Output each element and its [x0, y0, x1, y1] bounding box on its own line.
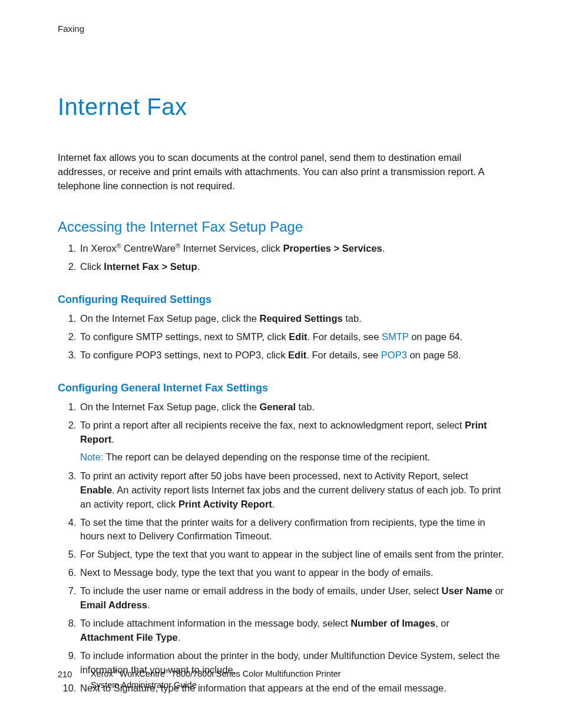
text: .	[178, 632, 181, 643]
text: On the Internet Fax Setup page, click th…	[80, 401, 260, 412]
link-pop3[interactable]: POP3	[381, 350, 407, 360]
step-item: In Xerox® CentreWare® Internet Services,…	[79, 242, 504, 256]
link-smtp[interactable]: SMTP	[382, 331, 409, 342]
text: CentreWare	[121, 243, 176, 253]
bold-text: Enable	[80, 485, 112, 495]
note-text: The report can be delayed depending on t…	[103, 452, 430, 462]
bold-text: Edit	[289, 331, 307, 342]
text: , or	[435, 618, 449, 628]
text: . For details, see	[307, 331, 382, 342]
bold-text: Number of Images	[351, 618, 435, 628]
registered-icon: ®	[165, 668, 169, 674]
step-item: To configure POP3 settings, next to POP3…	[79, 348, 504, 363]
page-title: Internet Fax	[58, 90, 504, 124]
step-item: To set the time that the printer waits f…	[79, 516, 504, 544]
text: 7800/7800i Series Color Multifunction Pr…	[169, 669, 341, 678]
page-number: 210	[58, 668, 75, 681]
registered-icon: ®	[113, 668, 117, 674]
text: .	[382, 243, 385, 253]
text: To print a report after all recipients r…	[80, 420, 465, 430]
text: . An activity report lists Internet fax …	[80, 485, 501, 509]
page: Faxing Internet Fax Internet fax allows …	[0, 0, 562, 728]
subsection-heading-required: Configuring Required Settings	[58, 292, 504, 307]
text: On the Internet Fax Setup page, click th…	[80, 313, 260, 324]
text: .	[197, 261, 200, 272]
steps-accessing: In Xerox® CentreWare® Internet Services,…	[58, 242, 504, 274]
text: To include attachment information in the…	[80, 618, 351, 628]
step-item: To configure SMTP settings, next to SMTP…	[79, 330, 504, 344]
bold-text: Print Activity Report	[178, 499, 272, 509]
note: Note: The report can be delayed dependin…	[80, 450, 504, 465]
text: Click	[80, 261, 104, 272]
bold-text: General	[260, 401, 296, 412]
step-item: On the Internet Fax Setup page, click th…	[79, 312, 504, 326]
bold-text: User Name	[442, 585, 492, 596]
text: tab.	[296, 401, 315, 412]
bold-text: Email Address	[80, 599, 147, 610]
bold-text: Edit	[288, 350, 306, 360]
step-item: To include attachment information in the…	[79, 617, 504, 645]
text: System Administrator Guide	[91, 680, 197, 690]
text: To print an activity report after 50 job…	[80, 470, 468, 481]
bold-text: Properties > Services	[283, 243, 382, 253]
registered-icon: ®	[176, 242, 180, 249]
footer-text: Xerox® WorkCentre® 7800/7800i Series Col…	[91, 668, 341, 691]
footer: 210 Xerox® WorkCentre® 7800/7800i Series…	[58, 668, 341, 691]
section-heading-accessing: Accessing the Internet Fax Setup Page	[58, 217, 504, 238]
text: Internet Services, click	[180, 243, 283, 253]
subsection-heading-general: Configuring General Internet Fax Setting…	[58, 380, 504, 396]
text: .	[147, 599, 150, 610]
step-item: For Subject, type the text that you want…	[79, 548, 504, 562]
text: To include the user name or email addres…	[80, 585, 442, 596]
text: or	[492, 585, 504, 596]
step-item: To include the user name or email addres…	[79, 584, 504, 612]
text: .	[111, 434, 114, 444]
intro-paragraph: Internet fax allows you to scan document…	[58, 151, 504, 193]
note-label: Note:	[80, 452, 103, 462]
text: on page 64.	[409, 331, 463, 342]
text: WorkCentre	[117, 669, 165, 678]
steps-general: On the Internet Fax Setup page, click th…	[58, 400, 504, 696]
text: . For details, see	[306, 350, 381, 360]
step-item: Click Internet Fax > Setup.	[79, 260, 504, 274]
text: In Xerox	[80, 243, 116, 253]
bold-text: Internet Fax > Setup	[104, 261, 197, 272]
step-item: On the Internet Fax Setup page, click th…	[79, 400, 504, 414]
step-item: To print an activity report after 50 job…	[79, 469, 504, 512]
text: .	[272, 499, 275, 509]
bold-text: Attachment File Type	[80, 632, 178, 643]
text: tab.	[343, 313, 362, 324]
text: on page 58.	[407, 350, 461, 360]
text: To configure POP3 settings, next to POP3…	[80, 350, 288, 360]
step-item: Next to Message body, type the text that…	[79, 566, 504, 580]
text: Xerox	[91, 669, 113, 678]
bold-text: Required Settings	[260, 313, 343, 324]
steps-required: On the Internet Fax Setup page, click th…	[58, 312, 504, 363]
text: To configure SMTP settings, next to SMTP…	[80, 331, 289, 342]
running-header: Faxing	[58, 22, 504, 35]
step-item: To print a report after all recipients r…	[79, 419, 504, 465]
